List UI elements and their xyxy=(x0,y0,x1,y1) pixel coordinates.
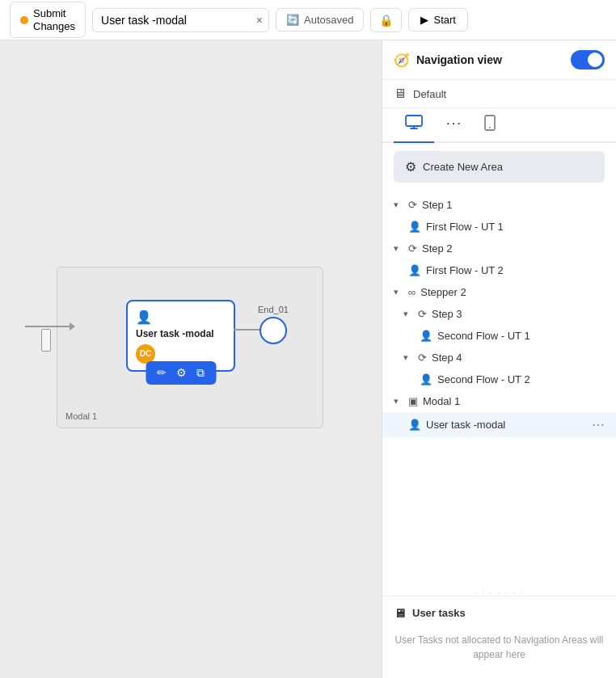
tree-item-step1[interactable]: ▾ ⟳ Step 1 xyxy=(382,194,616,216)
default-row: 🖥 Default xyxy=(382,80,616,108)
user-icon: 👤 xyxy=(408,221,421,233)
step-icon: ⟳ xyxy=(408,199,417,211)
tree-item-user-task-modal[interactable]: 👤 User task -modal ⋯ xyxy=(382,412,616,437)
chevron-icon: ▾ xyxy=(394,243,403,254)
chevron-icon: ▾ xyxy=(403,352,413,363)
item-label: Step 1 xyxy=(422,199,605,211)
svg-point-2 xyxy=(489,127,491,128)
item-label: User task -modal xyxy=(426,419,587,431)
item-label: Step 3 xyxy=(432,308,605,320)
lock-icon: 🔒 xyxy=(379,14,393,27)
clear-title-button[interactable]: × xyxy=(256,15,263,26)
modal-bounding-box: Modal 1 👤 User task -modal DC xyxy=(57,267,323,428)
user-icon: 👤 xyxy=(408,264,421,276)
user-tasks-empty: User Tasks not allocated to Navigation A… xyxy=(394,626,605,668)
chevron-icon: ▾ xyxy=(394,200,403,210)
task-node-header: 👤 xyxy=(136,310,226,325)
item-label: First Flow - UT 1 xyxy=(426,221,605,233)
create-area-button[interactable]: ⚙ Create New Area xyxy=(394,151,605,183)
submit-button[interactable]: Submit Changes xyxy=(10,2,86,38)
lock-button[interactable]: 🔒 xyxy=(370,8,402,32)
tree-item-step3[interactable]: ▾ ⟳ Step 3 xyxy=(382,303,616,325)
start-button[interactable]: ▶ Start xyxy=(408,8,467,32)
main-area: Modal 1 👤 User task -modal DC xyxy=(0,40,616,678)
title-wrapper: × xyxy=(92,8,269,32)
panel-title-row: 🧭 Navigation view xyxy=(394,53,502,68)
user-tasks-label: User tasks xyxy=(412,607,466,619)
item-label: Modal 1 xyxy=(423,395,605,407)
nav-tree: ▾ ⟳ Step 1 👤 First Flow - UT 1 ▾ ⟳ Step … xyxy=(382,191,616,589)
tree-item-step2[interactable]: ▾ ⟳ Step 2 xyxy=(382,238,616,259)
stepper-icon: ∞ xyxy=(408,286,416,298)
autosaved-button[interactable]: 🔄 Autosaved xyxy=(276,8,364,32)
arrow-left xyxy=(25,322,75,331)
chevron-icon: ▾ xyxy=(394,287,403,297)
chevron-icon: ▾ xyxy=(394,396,403,406)
canvas[interactable]: Modal 1 👤 User task -modal DC xyxy=(0,40,382,678)
user-icon: 👤 xyxy=(420,330,432,342)
submit-dot xyxy=(20,16,28,24)
right-panel: 🧭 Navigation view 🖥 Default ⋯ ⚙ Crea xyxy=(382,40,616,678)
chevron-icon: ▾ xyxy=(403,309,413,319)
tree-item-second-flow-ut1[interactable]: 👤 Second Flow - UT 1 xyxy=(382,325,616,347)
tab-mobile[interactable] xyxy=(473,108,507,143)
task-node-title: User task -modal xyxy=(136,328,226,341)
item-label: Second Flow - UT 2 xyxy=(437,373,605,385)
end-node: End_01 xyxy=(258,305,289,344)
drag-separator[interactable]: · · · · · · · xyxy=(382,589,616,596)
user-icon: 👤 xyxy=(420,373,432,385)
more-icon[interactable]: ⋯ xyxy=(592,417,605,432)
edit-task-button[interactable]: ✏ xyxy=(152,364,171,381)
user-tasks-icon: 🖥 xyxy=(394,606,406,620)
step-icon: ⟳ xyxy=(418,352,427,364)
view-tabs: ⋯ xyxy=(382,108,616,143)
tree-item-modal1[interactable]: ▾ ▣ Modal 1 xyxy=(382,390,616,412)
start-play-icon: ▶ xyxy=(420,14,428,26)
step-icon: ⟳ xyxy=(418,308,427,320)
start-label: Start xyxy=(433,14,455,26)
connector-rect xyxy=(41,329,51,352)
tree-item-flow-ut2[interactable]: 👤 First Flow - UT 2 xyxy=(382,259,616,281)
toolbar: Submit Changes × 🔄 Autosaved 🔒 ▶ Start xyxy=(0,0,616,40)
svg-rect-0 xyxy=(406,116,422,126)
autosaved-label: Autosaved xyxy=(304,14,353,26)
create-area-label: Create New Area xyxy=(423,161,503,173)
user-tasks-header: 🖥 User tasks xyxy=(394,606,605,620)
panel-title: Navigation view xyxy=(416,53,502,66)
item-label: Stepper 2 xyxy=(420,286,605,298)
tab-desktop[interactable] xyxy=(394,108,434,143)
nav-toggle-switch[interactable] xyxy=(571,50,605,69)
settings-task-button[interactable]: ⚙ xyxy=(171,364,192,381)
tree-item-step4[interactable]: ▾ ⟳ Step 4 xyxy=(382,347,616,368)
left-connector xyxy=(41,329,57,352)
tree-item-flow-ut1[interactable]: 👤 First Flow - UT 1 xyxy=(382,216,616,238)
submit-label: Submit Changes xyxy=(33,7,75,32)
user-icon: 👤 xyxy=(408,419,421,431)
diagram-container: Modal 1 👤 User task -modal DC xyxy=(16,89,373,662)
item-label: Step 2 xyxy=(422,242,605,255)
user-task-icon: 👤 xyxy=(136,310,152,325)
item-label: First Flow - UT 2 xyxy=(426,264,605,276)
title-input[interactable] xyxy=(92,8,269,32)
modal-label: Modal 1 xyxy=(65,411,97,421)
step-icon: ⟳ xyxy=(408,242,417,255)
item-label: Step 4 xyxy=(432,352,605,364)
tree-item-stepper2[interactable]: ▾ ∞ Stepper 2 xyxy=(382,281,616,303)
task-node-toolbar: ✏ ⚙ ⧉ xyxy=(146,361,216,385)
create-area-icon: ⚙ xyxy=(405,159,416,175)
tab-more[interactable]: ⋯ xyxy=(434,108,473,143)
user-tasks-section: 🖥 User tasks User Tasks not allocated to… xyxy=(382,596,616,678)
default-icon: 🖥 xyxy=(394,86,407,101)
autosave-icon: 🔄 xyxy=(286,14,299,26)
nav-view-icon: 🧭 xyxy=(394,53,410,68)
end-label: End_01 xyxy=(258,305,289,314)
task-node[interactable]: 👤 User task -modal DC ✏ ⚙ ⧉ xyxy=(126,300,235,372)
panel-header: 🧭 Navigation view xyxy=(382,40,616,80)
item-label: Second Flow - UT 1 xyxy=(437,330,605,342)
default-label: Default xyxy=(413,88,446,100)
end-circle xyxy=(259,317,287,344)
tree-item-second-flow-ut2[interactable]: 👤 Second Flow - UT 2 xyxy=(382,368,616,390)
modal-icon: ▣ xyxy=(408,395,418,407)
copy-task-button[interactable]: ⧉ xyxy=(192,364,209,381)
